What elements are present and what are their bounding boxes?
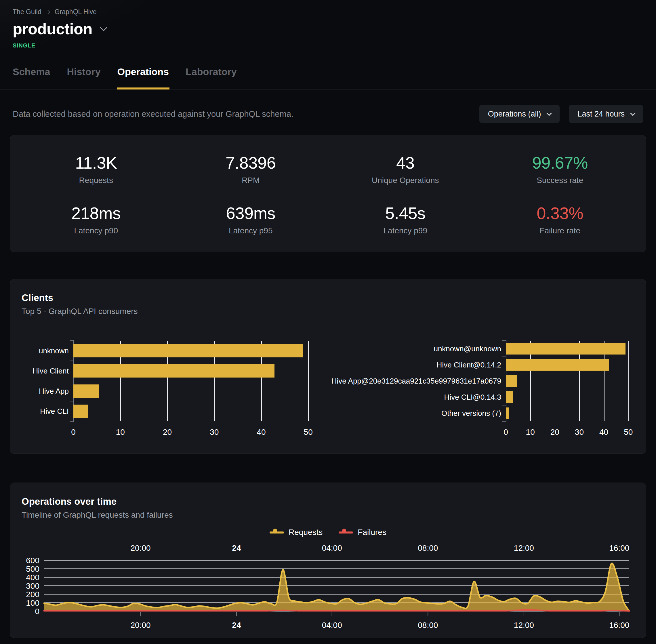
bar-category-label: Hive CLI@0.14.3	[336, 389, 506, 405]
x-axis-top-label: 12:00	[514, 544, 534, 552]
clients-card-title: Clients	[22, 292, 634, 303]
x-axis-top-label: 24	[232, 544, 241, 552]
axis-tick	[502, 356, 506, 357]
stat-cell: 5.45sLatency p99	[328, 203, 483, 235]
clients-card-subtitle: Top 5 - GraphQL API consumers	[22, 307, 634, 316]
page-title: production	[13, 20, 92, 38]
stat-value: 11.3K	[19, 153, 173, 172]
stat-label: Latency p99	[328, 226, 483, 235]
operations-over-time-card: Operations over time Timeline of GraphQL…	[10, 483, 646, 638]
x-axis-tick-label: 0	[503, 428, 508, 437]
stat-label: Unique Operations	[328, 176, 483, 185]
bar-category-label: Other versions (7)	[336, 405, 506, 421]
x-axis-tick-label: 40	[599, 428, 608, 437]
bar	[506, 375, 517, 387]
stat-label: RPM	[173, 176, 328, 185]
breadcrumb-project-link[interactable]: GraphQL Hive	[55, 8, 97, 16]
operations-filter-value: Operations (all)	[488, 110, 541, 119]
hbar-labels: unknown@unknownHive Client@0.14.2Hive Ap…	[336, 341, 506, 421]
hbar-labels: unknownHive ClientHive AppHive CLI	[22, 341, 73, 421]
target-type-badge: SINGLE	[13, 42, 643, 49]
legend-marker-icon	[338, 528, 353, 536]
x-axis-tick-label: 50	[304, 428, 313, 437]
stat-cell: 99.67%Success rate	[483, 153, 638, 185]
legend-label: Failures	[358, 528, 386, 537]
bar	[506, 343, 626, 354]
stat-label: Latency p90	[19, 226, 173, 235]
x-axis-tick-label: 20	[163, 428, 172, 437]
bar-category-label: Hive Client@0.14.2	[336, 357, 506, 373]
stats-summary-card: 11.3KRequests7.8396RPM43Unique Operation…	[10, 135, 646, 252]
x-axis-tick-label: 50	[624, 428, 633, 437]
tab-history[interactable]: History	[67, 66, 100, 89]
stat-label: Requests	[19, 176, 173, 185]
x-axis-top-label: 20:00	[131, 544, 151, 552]
hbar-body: unknown@unknownHive Client@0.14.2Hive Ap…	[336, 341, 634, 421]
bar-category-label: Hive App@20e3129caa921c35e9979631e17a067…	[336, 373, 506, 389]
clients-by-name-chart: unknownHive ClientHive AppHive CLI010203…	[22, 341, 320, 439]
axis-tick	[70, 421, 73, 421]
clients-charts-row: unknownHive ClientHive AppHive CLI010203…	[22, 341, 634, 439]
stat-value: 5.45s	[328, 203, 483, 223]
hbar-plot	[73, 341, 320, 421]
bar	[506, 408, 509, 419]
bar	[73, 344, 303, 358]
filter-row: Data collected based on operation execut…	[0, 105, 656, 123]
stat-value: 218ms	[19, 203, 173, 223]
chevron-right-icon	[46, 10, 50, 14]
operations-timeline-chart: 010020030040050060020:0020:00242404:0004…	[22, 542, 634, 631]
axis-tick	[502, 373, 506, 373]
clients-by-version-chart: unknown@unknownHive Client@0.14.2Hive Ap…	[336, 341, 634, 439]
target-selector[interactable]: production	[13, 20, 643, 38]
breadcrumb: The Guild GraphQL Hive	[13, 8, 643, 16]
timeline-svg: 010020030040050060020:0020:00242404:0004…	[22, 542, 634, 631]
x-axis-bottom-label: 24	[232, 621, 241, 629]
timeline-legend: RequestsFailures	[22, 528, 634, 537]
bar	[73, 405, 88, 418]
y-axis-tick-label: 100	[26, 599, 40, 607]
legend-item-failures[interactable]: Failures	[338, 528, 386, 537]
breadcrumb-org-link[interactable]: The Guild	[13, 8, 42, 16]
x-axis-tick-label: 0	[71, 428, 76, 437]
axis-tick	[502, 421, 506, 421]
axis-tick	[502, 405, 506, 406]
y-axis-tick-label: 500	[26, 565, 40, 574]
chevron-down-icon	[100, 24, 107, 31]
clients-card: Clients Top 5 - GraphQL API consumers un…	[10, 279, 646, 454]
bar	[73, 364, 275, 377]
stat-value: 7.8396	[173, 153, 328, 172]
gridline	[308, 341, 309, 421]
bar	[506, 391, 513, 403]
graphql-hive-operations-page: The Guild GraphQL Hive production SINGLE…	[0, 0, 656, 644]
bar-category-label: Hive Client	[22, 361, 73, 381]
y-axis-tick-label: 600	[26, 556, 40, 565]
legend-label: Requests	[288, 528, 323, 537]
x-axis-bottom-label: 08:00	[418, 621, 438, 629]
legend-item-requests[interactable]: Requests	[270, 528, 323, 537]
tab-laboratory[interactable]: Laboratory	[186, 66, 237, 89]
operations-filter-dropdown[interactable]: Operations (all)	[479, 105, 560, 123]
stat-value: 639ms	[173, 203, 328, 223]
period-filter-dropdown[interactable]: Last 24 hours	[569, 105, 643, 123]
stat-cell: 43Unique Operations	[328, 153, 483, 185]
y-axis-tick-label: 0	[35, 607, 40, 616]
tab-operations[interactable]: Operations	[117, 66, 169, 89]
stat-label: Failure rate	[483, 226, 638, 235]
bar	[73, 385, 99, 398]
bar-category-label: Hive CLI	[22, 401, 73, 421]
stat-cell: 639msLatency p95	[173, 203, 328, 235]
y-axis-tick-label: 400	[26, 573, 40, 582]
x-axis-bottom-label: 16:00	[609, 621, 629, 629]
stat-value: 99.67%	[483, 153, 638, 172]
tab-bar: Schema History Operations Laboratory	[0, 66, 656, 90]
collection-description: Data collected based on operation execut…	[13, 109, 294, 119]
stat-value: 43	[328, 153, 483, 172]
x-axis-tick-label: 40	[257, 428, 265, 437]
operations-card-subtitle: Timeline of GraphQL requests and failure…	[22, 510, 634, 520]
page-header: The Guild GraphQL Hive production SINGLE	[0, 0, 656, 49]
tab-schema[interactable]: Schema	[13, 66, 50, 89]
hbar-plot	[506, 341, 634, 421]
stat-cell: 0.33%Failure rate	[483, 203, 638, 235]
x-axis-tick-label: 30	[575, 428, 584, 437]
x-axis-top-label: 08:00	[418, 544, 438, 552]
